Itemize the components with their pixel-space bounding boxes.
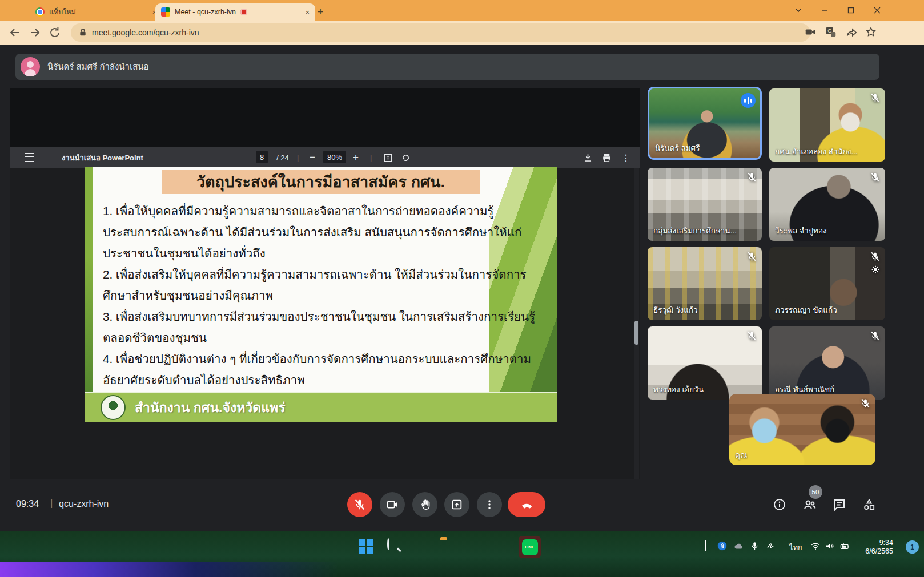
fit-page-icon[interactable] <box>383 147 393 168</box>
document-title: งานนำเสนอ PowerPoint <box>62 147 143 168</box>
chrome-taskbar-icon[interactable] <box>413 539 428 554</box>
search-icon[interactable] <box>386 539 401 554</box>
participant-tile[interactable]: ภวรรณญา ขัดแก้ว <box>769 247 885 320</box>
volume-icon[interactable] <box>825 541 835 551</box>
participant-tile[interactable]: วีระพล จำปูทอง <box>769 168 885 241</box>
calculator-icon[interactable] <box>496 538 511 553</box>
share-icon[interactable] <box>845 26 859 39</box>
chat-panel-icon[interactable] <box>833 498 846 511</box>
pen-ink-icon[interactable] <box>766 541 776 551</box>
participant-name: กลุ่มส่งเสริมการศึกษาน... <box>653 224 737 237</box>
onedrive-icon[interactable] <box>733 541 744 551</box>
settings-gear-icon <box>870 264 881 275</box>
presenting-banner: นิรันดร์ สมศรี กำลังนำเสนอ <box>15 54 879 80</box>
viewer-menu-icon[interactable] <box>25 147 34 168</box>
activities-icon[interactable] <box>862 498 876 511</box>
participants-panel-icon[interactable] <box>803 498 817 511</box>
file-explorer-icon[interactable] <box>440 539 455 554</box>
mic-off-icon <box>746 251 757 262</box>
scrollbar-thumb[interactable] <box>634 321 638 345</box>
raise-hand-button[interactable] <box>412 492 437 517</box>
meet-control-bar: 09:34 | qcu-zxrh-ivn 50 <box>0 479 924 531</box>
more-options-button[interactable] <box>477 492 502 517</box>
present-screen-button[interactable] <box>444 492 469 517</box>
audio-level-icon <box>741 93 756 108</box>
download-icon[interactable] <box>582 147 593 168</box>
participant-name: กศน.อำเภอลอง สำนักง... <box>775 145 858 158</box>
camera-toggle-button[interactable] <box>380 492 405 517</box>
reload-icon[interactable] <box>48 26 62 39</box>
url-text: meet.google.com/qcu-zxrh-ivn <box>92 28 199 37</box>
participant-tile[interactable]: ธีรวุฒิ วังแก้ว <box>648 247 762 320</box>
end-call-button[interactable] <box>508 492 545 517</box>
language-indicator[interactable]: ไทย <box>789 542 802 554</box>
bluetooth-icon[interactable] <box>717 541 728 551</box>
participant-tile[interactable]: กศน.อำเภอลอง สำนักง... <box>769 88 885 162</box>
viewer-scrollbar[interactable] <box>634 168 639 479</box>
rotate-icon[interactable] <box>400 147 411 168</box>
mic-off-icon <box>746 330 757 341</box>
forward-icon[interactable] <box>28 26 42 39</box>
viewer-more-icon[interactable]: ⋮ <box>621 147 630 168</box>
tray-clock[interactable]: 9:34 6/6/2565 <box>850 539 893 556</box>
page-number-input[interactable]: 8 <box>256 151 268 163</box>
browser-tab-meet[interactable]: Meet - qcu-zxrh-ivn × <box>155 3 315 21</box>
slide-item: 4. เพื่อช่วยปฏิบัติงานต่าง ๆ ที่เกี่ยวข้… <box>103 348 543 390</box>
tab-label: Meet - qcu-zxrh-ivn <box>175 8 236 16</box>
slide-item: 1. เพื่อให้บุคคลที่มีความรู้ความสามารถแล… <box>103 200 543 264</box>
line-app-icon[interactable]: LINE <box>519 536 541 558</box>
slide-footer-text: สำนักงาน กศน.จังหวัดแพร่ <box>135 397 286 418</box>
meeting-details-icon[interactable] <box>773 498 786 511</box>
self-view-tile[interactable]: คุณ <box>729 394 875 465</box>
participant-count-badge: 50 <box>809 485 822 499</box>
window-close-button[interactable] <box>864 0 890 21</box>
mic-off-icon <box>860 398 871 409</box>
new-tab-button[interactable]: + <box>313 5 328 19</box>
battery-icon[interactable] <box>839 541 850 551</box>
document-viewer-toolbar: งานนำเสนอ PowerPoint 8 / 24 | − 80% + | … <box>10 147 640 168</box>
wifi-icon[interactable] <box>810 541 821 551</box>
page-total: / 24 <box>276 147 289 168</box>
participant-name: พวงทอง เอ้ยวัน <box>653 383 704 396</box>
window-minimize-button[interactable] <box>811 0 838 21</box>
mic-off-icon <box>870 172 881 183</box>
tray-chevron-icon[interactable] <box>701 541 712 551</box>
participant-tile[interactable]: พวงทอง เอ้ยวัน <box>648 326 762 400</box>
tab-close-icon[interactable]: × <box>305 9 310 16</box>
slide: วัตถุประสงค์ในการมีอาสาสมัคร กศน. 1. เพื… <box>85 167 557 422</box>
shared-screen-viewer: งานนำเสนอ PowerPoint 8 / 24 | − 80% + | … <box>10 88 640 479</box>
slide-body: 1. เพื่อให้บุคคลที่มีความรู้ความสามารถแล… <box>103 200 543 390</box>
slide-left-decoration <box>85 167 93 392</box>
window-chevron-button[interactable] <box>785 0 811 21</box>
participant-tile[interactable]: อรณี พันธ์พาณิชย์ <box>769 326 885 400</box>
zoom-level[interactable]: 80% <box>323 151 346 163</box>
window-maximize-button[interactable] <box>838 0 864 21</box>
microphone-tray-icon[interactable] <box>750 541 760 551</box>
url-bar[interactable]: meet.google.com/qcu-zxrh-ivn G <box>71 23 810 42</box>
translate-icon[interactable]: G <box>825 26 838 39</box>
screen: แท็บใหม่ × Meet - qcu-zxrh-ivn × + <box>0 0 924 577</box>
recording-indicator-icon <box>240 9 247 15</box>
zoom-in-button[interactable]: + <box>353 147 359 168</box>
windows-taskbar: LINE ไทย 9:34 6/6/2565 1 <box>0 531 924 577</box>
slide-footer: สำนักงาน กศน.จังหวัดแพร่ <box>85 392 557 422</box>
meet-area: นิรันดร์ สมศรี กำลังนำเสนอ งานนำเสนอ Pow… <box>0 45 924 531</box>
slide-item: 2. เพื่อส่งเสริมให้บุคคลที่มีความรู้ความ… <box>103 264 543 306</box>
tray-date: 6/6/2565 <box>850 547 893 556</box>
print-icon[interactable] <box>601 147 612 168</box>
notification-badge[interactable]: 1 <box>906 540 919 554</box>
participant-tile-nirand[interactable]: นิรันดร์ สมศรี <box>648 87 762 160</box>
back-icon[interactable] <box>8 26 22 39</box>
mic-toggle-button[interactable] <box>347 492 372 517</box>
browser-tab-new[interactable]: แท็บใหม่ × <box>30 3 162 21</box>
start-button[interactable] <box>359 539 373 554</box>
participant-name: วีระพล จำปูทอง <box>775 224 827 237</box>
participant-tile[interactable]: กลุ่มส่งเสริมการศึกษาน... <box>648 168 762 241</box>
edge-icon[interactable] <box>468 539 483 554</box>
mic-off-icon <box>870 330 881 341</box>
chrome-favicon-icon <box>35 7 45 17</box>
zoom-out-button[interactable]: − <box>310 147 315 168</box>
camera-access-icon[interactable] <box>804 26 818 39</box>
tab-label: แท็บใหม่ <box>49 6 76 18</box>
bookmark-star-icon[interactable] <box>865 26 878 39</box>
